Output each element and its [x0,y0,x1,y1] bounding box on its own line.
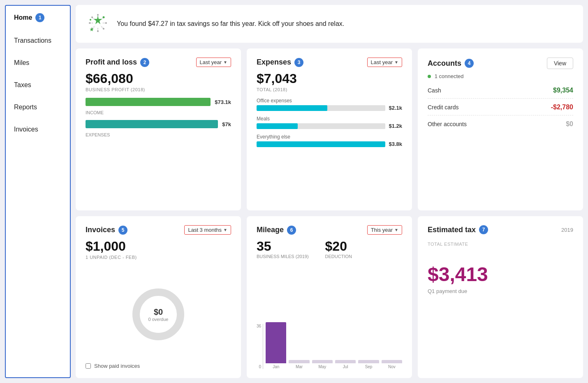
mileage-card: Mileage 6 This year ▼ 35 BUSINESS MILES … [247,216,412,378]
invoices-period-dropdown[interactable]: Last 3 months ▼ [184,225,231,235]
accounts-badge: 4 [465,59,474,68]
sidebar-item-miles[interactable]: Miles [6,52,70,74]
mileage-miles-number: 35 [257,239,309,254]
invoices-card: Invoices 5 Last 3 months ▼ $1,000 1 UNPA… [76,216,241,378]
sidebar-item-label: Miles [14,59,29,67]
accounts-connected-label: 1 connected [428,73,573,79]
header-banner: You found $47.27 in tax savings so far t… [76,5,583,43]
expense-bar-fill [86,120,218,128]
invoices-donut-container: $0 0 overdue [86,270,231,359]
donut-center-amount: $0 [148,307,169,316]
sidebar-item-transactions[interactable]: Transactions [6,30,70,52]
chevron-down-icon: ▼ [394,228,398,232]
profit-loss-card: Profit and loss 2 Last year ▼ $66,080 BU… [76,48,241,210]
svg-point-11 [105,22,107,24]
chevron-down-icon: ▼ [394,60,398,65]
expense-name-0: Office expenses [257,98,402,104]
expense-amount: $7k [222,121,231,127]
expense-name-1: Meals [257,116,402,122]
sidebar-item-label: Invoices [14,126,38,133]
svg-point-8 [97,14,99,16]
svg-line-7 [101,26,103,28]
mileage-period-label: This year [371,227,393,233]
profit-loss-period-label: Last year [200,59,222,65]
main-content: You found $47.27 in tax savings so far t… [71,0,588,383]
expenses-period-dropdown[interactable]: Last year ▼ [367,58,402,67]
svg-point-12 [91,16,93,18]
expense-bar-row-1: $1.2k [257,123,402,129]
expense-amount-2: $3.8k [389,141,402,147]
expenses-amount: $7,043 [257,71,402,86]
expense-bar-row: $7k [86,120,231,128]
mileage-bar-jan: Jan [266,322,286,369]
chart-y-axis: 36 0 [257,324,261,369]
mileage-badge: 6 [287,226,296,235]
mileage-miles-label: BUSINESS MILES (2019) [257,254,309,259]
show-paid-checkbox[interactable] [86,363,91,369]
estimated-tax-title: Estimated tax [428,226,476,234]
sidebar-item-reports[interactable]: Reports [6,96,70,118]
accounts-title-row: Accounts 4 [428,59,474,68]
account-row-1: Credit cards -$2,780 [428,104,573,115]
sidebar-item-label: Reports [14,104,37,111]
chevron-down-icon: ▼ [223,60,227,65]
income-bar-fill [86,98,211,106]
estimated-tax-total-label: TOTAL ESTIMATE [428,242,573,247]
mileage-deduction-stat: $20 DEDUCTION [325,239,352,259]
mileage-bar-sep-fill [358,360,379,363]
invoices-title-row: Invoices 5 [86,226,127,235]
mileage-period-dropdown[interactable]: This year ▼ [367,225,402,235]
profit-loss-title-row: Profit and loss 2 [86,58,149,67]
accounts-card: Accounts 4 View 1 connected Cash $9,354 … [418,48,583,210]
star-icon-small [90,27,94,31]
mileage-bar-jan-fill [266,322,286,363]
expenses-amount-label: TOTAL (2018) [257,87,402,92]
mileage-header: Mileage 6 This year ▼ [257,225,402,235]
sidebar-item-label: Transactions [14,37,51,44]
mileage-bar-jul-fill [335,360,356,363]
expense-bar-track [86,120,218,128]
mileage-label-jan: Jan [273,365,279,369]
expense-item-2: Everything else $3.8k [257,134,402,147]
dashboard-grid: Profit and loss 2 Last year ▼ $66,080 BU… [76,48,583,378]
sidebar-item-invoices[interactable]: Invoices [6,118,70,141]
expense-item-1: Meals $1.2k [257,116,402,129]
mileage-label-mar: Mar [296,365,303,369]
svg-point-17 [90,19,91,21]
sidebar-home-badge: 1 [35,13,44,22]
mileage-chart-container: 36 0 Jan Mar May [257,265,402,369]
account-amount-2: $0 [566,120,573,128]
mileage-title: Mileage [257,226,284,234]
estimated-tax-amount: $3,413 [428,263,573,286]
donut-center: $0 0 overdue [148,307,169,321]
star-icon [94,16,102,24]
invoices-period-label: Last 3 months [188,227,222,233]
account-name-0: Cash [428,87,441,94]
account-name-1: Credit cards [428,104,458,111]
sidebar-item-taxes[interactable]: Taxes [6,74,70,96]
mileage-deduction-number: $20 [325,239,352,254]
sidebar-item-home[interactable]: Home 1 [6,6,70,30]
header-message: You found $47.27 in tax savings so far t… [117,20,344,28]
expense-amount-1: $1.2k [389,123,402,129]
expenses-badge: 3 [294,58,303,67]
mileage-miles-stat: 35 BUSINESS MILES (2019) [257,239,309,259]
chart-y-max: 36 [257,324,261,328]
expense-bar-row-0: $2.1k [257,105,402,111]
expenses-title: Expenses [257,58,291,67]
profit-loss-header: Profit and loss 2 Last year ▼ [86,58,231,67]
donut-center-label: 0 overdue [148,316,169,321]
svg-line-6 [93,26,95,28]
mileage-bar-jul: Jul [335,360,356,369]
mileage-deduction-label: DEDUCTION [325,254,352,259]
accounts-view-button[interactable]: View [547,58,573,69]
svg-point-16 [103,16,105,18]
account-row-0: Cash $9,354 [428,87,573,99]
expense-bar-row-2: $3.8k [257,141,402,147]
invoices-donut: $0 0 overdue [130,286,187,343]
expenses-period-label: Last year [371,59,393,65]
mileage-bars: Jan Mar May Jul [263,324,402,369]
profit-loss-period-dropdown[interactable]: Last year ▼ [196,58,231,67]
estimated-tax-year: 2019 [561,227,573,233]
show-paid-row: Show paid invoices [86,363,231,369]
